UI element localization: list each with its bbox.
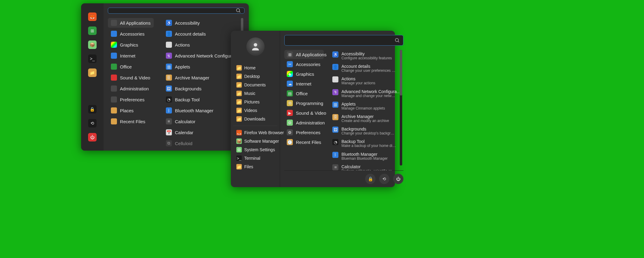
⚙-icon: ⚙ xyxy=(287,120,293,126)
category-sound-video[interactable]: Sound & Video xyxy=(108,73,154,82)
app-label: Backgrounds xyxy=(175,86,202,91)
category-label: Graphics xyxy=(120,42,138,47)
👤-icon: 👤 xyxy=(166,31,172,37)
category-internet[interactable]: ☁Internet xyxy=(284,79,324,88)
category-administration[interactable]: Administration xyxy=(108,84,154,93)
launcher-files[interactable]: 📁 xyxy=(88,68,97,77)
category-sound-video[interactable]: ▶Sound & Video xyxy=(284,108,324,117)
session-logout-button[interactable]: ⟲ xyxy=(88,119,97,127)
search-box[interactable] xyxy=(284,35,403,46)
place-documents[interactable]: 📁Documents xyxy=(235,81,276,89)
session-power-button[interactable]: ⏻ xyxy=(88,133,97,141)
place-videos[interactable]: 📁Videos xyxy=(235,106,276,115)
category-preferences[interactable]: Preferences xyxy=(108,95,154,104)
place-music[interactable]: 📁Music xyxy=(235,89,276,98)
app-accessibility[interactable]: ♿Accessibility xyxy=(163,18,245,28)
category-all-applications[interactable]: All Applications xyxy=(108,18,154,28)
category-label: Programming xyxy=(296,101,323,106)
🖼-icon: 🖼 xyxy=(166,85,172,92)
app-name: Accessibility xyxy=(341,51,392,56)
app-archive-manager[interactable]: 🗄Archive ManagerCreate and modify an arc… xyxy=(330,113,403,124)
app-account-details[interactable]: 👤Account detailsChange your user prefere… xyxy=(330,62,403,74)
category-preferences[interactable]: ⚙Preferences xyxy=(284,128,324,137)
category-internet[interactable]: Internet xyxy=(108,51,154,61)
app-label: Archive Manager xyxy=(175,75,209,80)
app-description: Change your desktop's background xyxy=(341,131,396,135)
app-label: Actions xyxy=(175,42,190,47)
favorite-terminal[interactable]: >_Terminal xyxy=(235,154,276,162)
app-icon xyxy=(111,96,117,103)
category-recent-files[interactable]: Recent Files xyxy=(108,117,154,126)
place-pictures[interactable]: 📁Pictures xyxy=(235,98,276,106)
app-backup-tool[interactable]: ◔Backup ToolMake a backup of your home d… xyxy=(330,138,403,149)
📁-icon: 📁 xyxy=(236,108,242,113)
▶-icon: ▶ xyxy=(287,110,293,116)
📁-icon: 📁 xyxy=(236,164,242,169)
⌗-icon: ⌗ xyxy=(166,118,172,124)
favorite-label: System Settings xyxy=(244,147,275,152)
launcher-firefox[interactable]: 🦊 xyxy=(88,12,97,21)
⊞-icon: ⊞ xyxy=(287,51,293,58)
category-accessories[interactable]: Accessories xyxy=(108,29,154,39)
app-advanced-network-configura-[interactable]: ↯Advanced Network Configura…Manage and c… xyxy=(330,88,403,99)
app-name: Archive Manager xyxy=(341,114,389,119)
category-graphics[interactable]: ◆Graphics xyxy=(284,69,324,78)
session-power-button[interactable]: ⏻ xyxy=(393,174,403,184)
scrollbar[interactable] xyxy=(400,50,402,166)
category-recent-files[interactable]: 🕘Recent Files xyxy=(284,138,324,147)
category-label: Administration xyxy=(296,120,325,125)
search-input[interactable] xyxy=(111,8,236,13)
app-bluetooth-manager[interactable]: ᛒBluetooth ManagerBlueman Bluetooth Mana… xyxy=(330,150,403,162)
search-box[interactable] xyxy=(108,8,245,14)
launcher-apps[interactable]: ⊞ xyxy=(88,26,97,35)
app-calculator[interactable]: ⌗CalculatorPerform arithmetic, scientifi… xyxy=(330,163,403,170)
app-name: Advanced Network Configura… xyxy=(341,89,401,94)
favorite-system-settings[interactable]: ⚙System Settings xyxy=(235,145,276,154)
session-lock-button[interactable]: 🔒 xyxy=(365,174,375,184)
category-office[interactable]: ▤Office xyxy=(284,89,324,98)
▤-icon: ▤ xyxy=(287,90,293,96)
application-list: ♿AccessibilityConfigure accessibility fe… xyxy=(330,50,403,170)
user-icon xyxy=(250,41,261,52)
category-label: Recent Files xyxy=(296,140,321,145)
place-label: Home xyxy=(244,65,255,70)
🗄-icon: 🗄 xyxy=(166,75,172,81)
favorite-software-manager[interactable]: 📦Software Manager xyxy=(235,137,276,145)
user-avatar[interactable] xyxy=(246,37,265,56)
category-accessories[interactable]: ✂Accessories xyxy=(284,60,324,69)
app-applets[interactable]: ▥AppletsManage Cinnamon applets xyxy=(330,100,403,112)
place-downloads[interactable]: 📁Downloads xyxy=(235,115,276,123)
category-office[interactable]: Office xyxy=(108,62,154,71)
category-graphics[interactable]: Graphics xyxy=(108,40,154,50)
favorite-files[interactable]: 📁Files xyxy=(235,162,276,171)
app-name: Backgrounds xyxy=(341,127,396,131)
session-footer: 🔒⟲⏻ xyxy=(284,170,403,184)
app-icon xyxy=(111,75,117,81)
📁-icon: 📁 xyxy=(236,91,242,96)
category-programming[interactable]: ⧉Programming xyxy=(284,99,324,108)
app-label: Applets xyxy=(175,64,190,69)
session-logout-button[interactable]: ⟲ xyxy=(379,174,389,184)
category-administration[interactable]: ⚙Administration xyxy=(284,118,324,127)
app-actions[interactable]: ≡ActionsManage your actions xyxy=(330,75,403,87)
category-all-applications[interactable]: ⊞All Applications xyxy=(284,50,324,59)
app-description: Manage Cinnamon applets xyxy=(341,106,385,110)
📁-icon: 📁 xyxy=(236,74,242,79)
launcher-software[interactable]: 📦 xyxy=(88,40,97,49)
app-icon xyxy=(111,42,117,48)
◔-icon: ◔ xyxy=(166,96,172,103)
category-label: Accessories xyxy=(296,62,320,67)
session-lock-button[interactable]: 🔒 xyxy=(88,105,97,113)
app-icon xyxy=(111,118,117,124)
app-backgrounds[interactable]: 🖼BackgroundsChange your desktop's backgr… xyxy=(330,125,403,137)
place-desktop[interactable]: 📁Desktop xyxy=(235,72,276,81)
app-accessibility[interactable]: ♿AccessibilityConfigure accessibility fe… xyxy=(330,50,403,62)
favorite-firefox-web-browser[interactable]: 🦊Firefox Web Browser xyxy=(235,128,276,137)
place-home[interactable]: 📁Home xyxy=(235,64,276,72)
category-places[interactable]: Places xyxy=(108,106,154,115)
category-list: ⊞All Applications✂Accessories◆Graphics☁I… xyxy=(284,50,324,170)
search-icon xyxy=(236,8,241,13)
launcher-terminal[interactable]: >_ xyxy=(88,54,97,63)
📁-icon: 📁 xyxy=(236,82,242,88)
search-input[interactable] xyxy=(288,38,395,43)
